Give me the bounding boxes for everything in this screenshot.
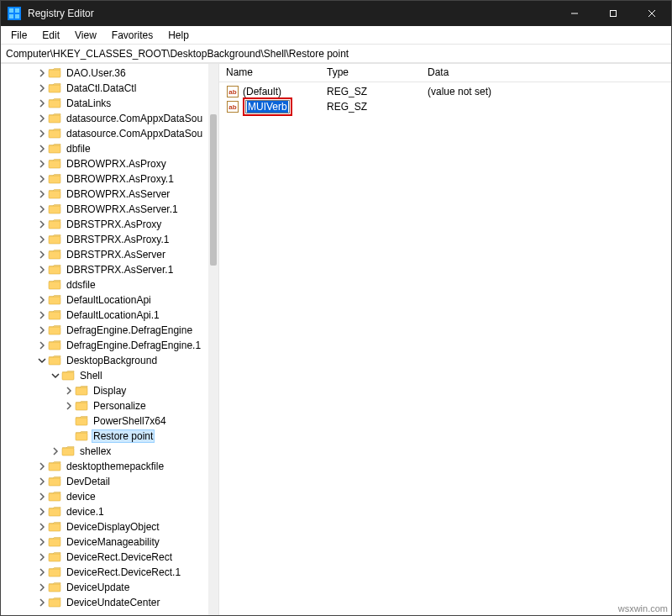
tree-item[interactable]: shellex <box>1 444 212 459</box>
expander-icon[interactable] <box>36 326 48 334</box>
expander-icon[interactable] <box>36 205 48 213</box>
tree-item[interactable]: DeviceManageability <box>1 534 212 550</box>
tree-item[interactable]: DefragEngine.DefragEngine.1 <box>1 338 212 353</box>
expander-icon[interactable] <box>36 145 48 153</box>
tree-item[interactable]: DBRSTPRX.AsServer <box>1 247 212 262</box>
expander-icon[interactable] <box>36 538 48 546</box>
expander-icon[interactable] <box>36 99 48 108</box>
tree-item[interactable]: DefragEngine.DefragEngine <box>1 323 212 338</box>
folder-icon <box>48 234 61 245</box>
tree-item[interactable]: DeviceDisplayObject <box>1 519 212 534</box>
tree-item-label: Shell <box>78 370 104 382</box>
tree-item[interactable]: DevDetail <box>1 474 212 489</box>
tree-item[interactable]: DBROWPRX.AsProxy <box>1 156 212 171</box>
column-name[interactable]: Name <box>219 64 320 82</box>
expander-icon[interactable] <box>36 508 48 516</box>
tree-item[interactable]: DefaultLocationApi.1 <box>1 308 212 323</box>
tree-item[interactable]: device <box>1 489 212 504</box>
tree-item[interactable]: DesktopBackground <box>1 353 212 368</box>
expander-icon[interactable] <box>36 568 48 577</box>
expander-icon[interactable] <box>36 553 48 561</box>
column-type[interactable]: Type <box>320 64 421 82</box>
tree-item[interactable]: DBROWPRX.AsServer <box>1 187 212 202</box>
expander-icon[interactable] <box>36 160 48 168</box>
expander-icon[interactable] <box>36 129 48 138</box>
tree-item[interactable]: DefaultLocationApi <box>1 292 212 308</box>
value-row[interactable]: abMUIVerbREG_SZ <box>219 99 671 114</box>
svg-rect-27 <box>49 357 60 365</box>
column-headers: Name Type Data <box>219 64 671 82</box>
tree-item[interactable]: dbfile <box>1 141 212 156</box>
tree-item[interactable]: DBRSTPRX.AsProxy.1 <box>1 232 212 247</box>
tree-item[interactable]: DBROWPRX.AsProxy.1 <box>1 171 212 187</box>
expander-icon[interactable] <box>36 296 48 304</box>
expander-icon[interactable] <box>36 69 48 77</box>
expander-icon[interactable] <box>36 235 48 244</box>
expander-icon[interactable] <box>36 114 48 123</box>
tree-item[interactable]: DBROWPRX.AsServer.1 <box>1 202 212 217</box>
tree-scrollbar[interactable] <box>208 64 218 615</box>
tree-item[interactable]: DBRSTPRX.AsServer.1 <box>1 262 212 277</box>
expander-icon[interactable] <box>36 356 48 365</box>
expander-icon[interactable] <box>36 523 48 531</box>
address-bar[interactable]: Computer\HKEY_CLASSES_ROOT\DesktopBackgr… <box>1 45 671 63</box>
tree-item[interactable]: ddsfile <box>1 277 212 292</box>
scrollbar-thumb[interactable] <box>210 114 217 266</box>
tree-item[interactable]: datasource.ComAppxDataSou <box>1 111 212 126</box>
maximize-button[interactable] <box>594 1 633 26</box>
expander-icon[interactable] <box>36 492 48 501</box>
expander-icon[interactable] <box>36 311 48 319</box>
column-data[interactable]: Data <box>421 64 671 82</box>
svg-rect-28 <box>62 372 74 380</box>
tree-item[interactable]: desktopthemepackfile <box>1 459 212 474</box>
folder-icon <box>48 521 61 533</box>
menu-view[interactable]: View <box>68 28 103 43</box>
tree-item[interactable]: PowerShell7x64 <box>1 413 212 429</box>
expander-icon[interactable] <box>36 190 48 198</box>
expander-icon[interactable] <box>50 447 61 455</box>
expander-icon[interactable] <box>36 341 48 350</box>
menu-edit[interactable]: Edit <box>35 28 66 43</box>
expander-icon[interactable] <box>36 583 48 592</box>
expander-icon[interactable] <box>36 84 48 92</box>
tree-item[interactable]: DeviceUpdate <box>1 580 212 595</box>
tree-item[interactable]: DAO.User.36 <box>1 66 212 81</box>
expander-icon[interactable] <box>36 175 48 183</box>
menu-favorites[interactable]: Favorites <box>105 28 160 43</box>
svg-rect-1 <box>15 8 19 13</box>
tree-item[interactable]: Display <box>1 383 212 398</box>
expander-icon[interactable] <box>36 598 48 607</box>
menu-file[interactable]: File <box>4 28 34 43</box>
tree-item-label: DBRSTPRX.AsProxy <box>65 218 163 230</box>
close-button[interactable] <box>633 1 671 26</box>
tree-item[interactable]: device.1 <box>1 504 212 519</box>
tree-item[interactable]: DeviceRect.DeviceRect.1 <box>1 565 212 580</box>
expander-icon[interactable] <box>63 402 75 410</box>
expander-icon[interactable] <box>36 220 48 229</box>
svg-rect-31 <box>76 418 87 425</box>
expander-icon[interactable] <box>36 266 48 274</box>
expander-icon[interactable] <box>63 387 75 395</box>
tree-item[interactable]: Shell <box>1 368 212 383</box>
expander-icon[interactable] <box>36 250 48 259</box>
tree-item[interactable]: DataCtl.DataCtl <box>1 81 212 96</box>
minimize-button[interactable] <box>555 1 594 26</box>
menu-help[interactable]: Help <box>161 28 196 43</box>
tree-item[interactable]: Restore point <box>1 429 212 444</box>
tree-item[interactable]: Personalize <box>1 398 212 413</box>
tree-item[interactable]: DeviceUndateCenter <box>1 595 212 610</box>
values-list[interactable]: ab(Default)REG_SZ(value not set)abMUIVer… <box>219 82 671 114</box>
expander-icon[interactable] <box>36 477 48 486</box>
expander-icon[interactable] <box>36 462 48 471</box>
tree-item-label: Restore point <box>92 429 155 443</box>
title-bar[interactable]: Registry Editor <box>1 1 671 26</box>
tree-item[interactable]: DeviceRect.DeviceRect <box>1 550 212 565</box>
rename-input[interactable]: MUIVerb <box>245 100 290 113</box>
tree-item[interactable]: DataLinks <box>1 96 212 111</box>
tree-item[interactable]: DBRSTPRX.AsProxy <box>1 217 212 232</box>
tree-item[interactable]: datasource.ComAppxDataSou <box>1 126 212 141</box>
tree-item-label: desktopthemepackfile <box>65 461 165 472</box>
tree-item-label: DBROWPRX.AsProxy.1 <box>65 173 176 185</box>
tree-view[interactable]: DAO.User.36DataCtl.DataCtlDataLinksdatas… <box>1 64 212 615</box>
expander-icon[interactable] <box>50 371 61 380</box>
